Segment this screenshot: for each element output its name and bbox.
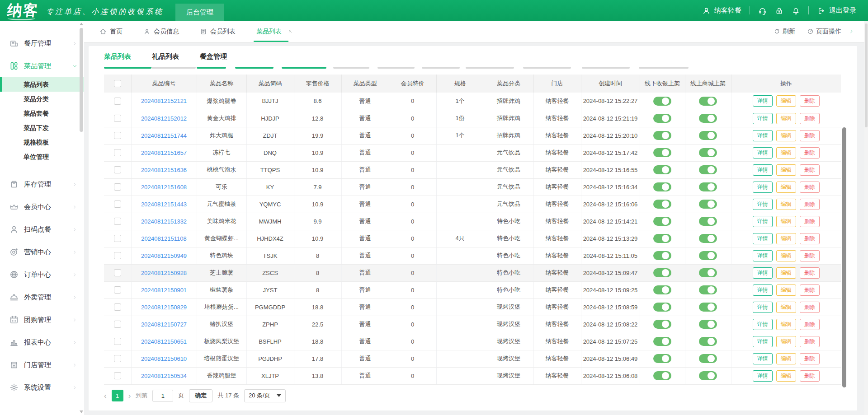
toggle-on[interactable] [699,354,717,363]
row-checkbox[interactable] [114,338,121,345]
dish-code-link[interactable]: 20240812150534 [141,373,187,379]
delete-button[interactable]: 删除 [800,130,820,141]
page-tab[interactable]: 菜品列表 [256,21,293,42]
user-menu[interactable]: 纳客轻餐 [702,6,741,15]
toggle-on[interactable] [699,97,717,106]
toggle-on[interactable] [699,303,717,312]
detail-button[interactable]: 详情 [753,216,773,227]
delete-button[interactable]: 删除 [800,370,820,382]
detail-button[interactable]: 详情 [753,182,773,193]
toggle-on[interactable] [699,268,717,277]
toggle-on[interactable] [699,148,717,157]
edit-button[interactable]: 编辑 [776,250,796,261]
row-checkbox[interactable] [114,303,121,311]
row-checkbox[interactable] [114,269,121,276]
edit-button[interactable]: 编辑 [776,130,796,141]
sidebar-item-scan[interactable]: 扫码点餐 [0,218,84,241]
dish-code-link[interactable]: 20240812150610 [141,355,187,362]
edit-button[interactable]: 编辑 [776,147,796,159]
delete-button[interactable]: 删除 [800,233,820,244]
select-all-checkbox[interactable] [114,80,121,87]
dish-code-link[interactable]: 20240812151608 [141,184,187,191]
toggle-on[interactable] [699,320,717,329]
sidebar-subitem[interactable]: 菜品分类 [0,92,84,106]
edit-button[interactable]: 编辑 [776,370,796,382]
detail-button[interactable]: 详情 [753,370,773,382]
dish-code-link[interactable]: 20240812151657 [141,149,187,156]
dish-code-link[interactable]: 20240812150727 [141,321,187,328]
row-checkbox[interactable] [114,166,121,173]
toggle-on[interactable] [653,182,671,191]
delete-button[interactable]: 删除 [800,336,820,347]
toggle-on[interactable] [699,131,717,140]
confirm-button[interactable]: 确定 [189,389,212,402]
row-checkbox[interactable] [114,183,121,191]
row-checkbox[interactable] [114,115,121,122]
sidebar-scroll-thumb[interactable] [80,28,83,132]
logout-button[interactable]: 退出登录 [817,6,856,15]
toggle-on[interactable] [653,337,671,346]
sidebar-item-settings[interactable]: 系统设置 [0,376,84,399]
detail-button[interactable]: 详情 [753,113,773,124]
chevron-right-icon[interactable] [849,28,854,34]
sidebar-subitem[interactable]: 规格模板 [0,135,84,149]
dish-code-link[interactable]: 20240812152012 [141,115,187,122]
toggle-on[interactable] [699,182,717,191]
sidebar-item-groupbuy[interactable]: 团购管理 [0,308,84,331]
toggle-on[interactable] [653,251,671,260]
dish-code-link[interactable]: 20240812150949 [141,252,187,259]
dish-code-link[interactable]: 20240812151443 [141,201,187,208]
page-tab[interactable]: 会员信息 [143,21,179,42]
toggle-on[interactable] [699,165,717,174]
edit-button[interactable]: 编辑 [776,284,796,296]
dish-code-link[interactable]: 20240812151744 [141,132,187,139]
dish-code-link[interactable]: 20240812152121 [141,98,187,104]
edit-button[interactable]: 编辑 [776,353,796,364]
delete-button[interactable]: 删除 [800,353,820,364]
toggle-on[interactable] [699,371,717,380]
refresh-button[interactable]: 刷新 [774,28,795,36]
headset-icon[interactable] [758,6,767,15]
detail-button[interactable]: 详情 [753,147,773,159]
delete-button[interactable]: 删除 [800,267,820,279]
detail-button[interactable]: 详情 [753,95,773,107]
row-checkbox[interactable] [114,286,121,294]
sidebar-item-inventory[interactable]: 库存管理 [0,173,84,196]
page-tab[interactable]: 首页 [99,21,123,42]
edit-button[interactable]: 编辑 [776,302,796,313]
edit-button[interactable]: 编辑 [776,319,796,330]
toggle-on[interactable] [699,200,717,209]
toggle-on[interactable] [699,234,717,243]
bell-icon[interactable] [792,6,800,15]
row-checkbox[interactable] [114,372,121,379]
detail-button[interactable]: 详情 [753,199,773,210]
delete-button[interactable]: 删除 [800,164,820,176]
row-checkbox[interactable] [114,149,121,156]
select-all-header[interactable] [104,75,131,93]
delete-button[interactable]: 删除 [800,199,820,210]
scroll-down-icon[interactable] [80,410,83,413]
page-size-select[interactable]: 20 条/页 [244,389,286,402]
toggle-on[interactable] [699,114,717,123]
sidebar-item-takeout[interactable]: 外卖管理 [0,286,84,308]
row-checkbox[interactable] [114,235,121,242]
edit-button[interactable]: 编辑 [776,182,796,193]
row-checkbox[interactable] [114,98,121,105]
content-tab[interactable]: 菜品列表 [104,52,131,61]
edit-button[interactable]: 编辑 [776,216,796,227]
content-tab[interactable]: 礼品列表 [152,52,179,61]
dish-code-link[interactable]: 20240812151108 [141,235,186,242]
toggle-on[interactable] [653,371,671,380]
sidebar-item-order[interactable]: 订单中心 [0,263,84,286]
edit-button[interactable]: 编辑 [776,164,796,176]
dish-code-link[interactable]: 20240812150901 [141,287,187,294]
sidebar-item-restaurant[interactable]: 餐厅管理 [0,32,84,55]
row-checkbox[interactable] [114,132,121,139]
close-icon[interactable] [288,28,293,35]
window-scrollbar[interactable] [864,21,868,415]
toggle-on[interactable] [653,234,671,243]
detail-button[interactable]: 详情 [753,267,773,279]
delete-button[interactable]: 删除 [800,147,820,159]
sidebar-subitem[interactable]: 菜品列表 [0,77,84,92]
sidebar-scrollbar[interactable] [79,22,84,414]
